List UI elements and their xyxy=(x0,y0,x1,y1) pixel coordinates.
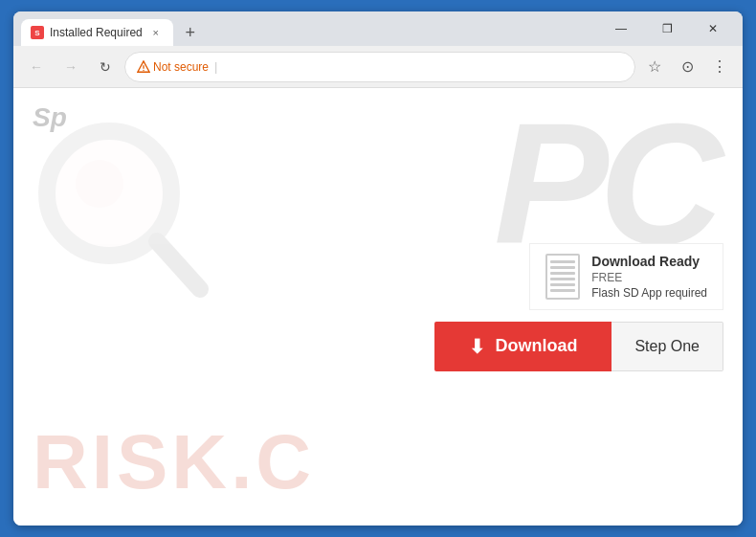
reload-button[interactable]: ↻ xyxy=(90,52,121,82)
magnifier-watermark xyxy=(33,117,224,312)
security-indicator: Not secure xyxy=(137,60,209,74)
logo-sd: Sp xyxy=(33,102,67,133)
not-secure-label: Not secure xyxy=(153,60,209,74)
menu-button[interactable]: ⋮ xyxy=(704,52,735,82)
file-line-5 xyxy=(550,283,575,286)
tabs-area: S Installed Required × + xyxy=(21,11,599,46)
file-line-2 xyxy=(550,266,575,269)
minimize-button[interactable]: — xyxy=(599,15,643,42)
file-line-1 xyxy=(550,260,575,263)
address-bar[interactable]: Not secure | xyxy=(124,52,635,82)
action-buttons: ⬇ Download Step One xyxy=(434,322,723,371)
download-text-block: Download Ready FREE Flash SD App require… xyxy=(591,254,707,300)
card-area: Download Ready FREE Flash SD App require… xyxy=(434,243,723,371)
svg-point-2 xyxy=(76,160,123,208)
download-req-label: Flash SD App required xyxy=(591,286,707,300)
restore-button[interactable]: ❒ xyxy=(645,15,689,42)
svg-line-3 xyxy=(157,241,200,289)
window-controls: — ❒ ✕ xyxy=(599,15,735,42)
file-line-4 xyxy=(550,278,575,280)
download-free-label: FREE xyxy=(591,271,707,284)
bookmark-button[interactable]: ☆ xyxy=(639,52,670,82)
file-icon xyxy=(545,254,580,300)
download-icon: ⬇ xyxy=(469,335,485,358)
close-tab-button[interactable]: × xyxy=(148,25,164,40)
download-button-label: Download xyxy=(495,336,577,356)
risk-watermark: RISK.C xyxy=(33,418,315,506)
svg-point-0 xyxy=(143,69,144,70)
forward-button[interactable]: → xyxy=(56,52,86,82)
tab-title: Installed Required xyxy=(50,26,143,39)
new-tab-button[interactable]: + xyxy=(177,19,204,46)
step-one-button[interactable]: Step One xyxy=(611,322,723,371)
svg-point-1 xyxy=(47,131,171,256)
close-window-button[interactable]: ✕ xyxy=(691,15,735,42)
nav-actions: ☆ ⊙ ⋮ xyxy=(639,52,735,82)
navigation-bar: ← → ↻ Not secure | ☆ ⊙ ⋮ xyxy=(13,46,743,88)
warning-icon xyxy=(137,60,150,74)
title-bar: S Installed Required × + — ❒ ✕ xyxy=(13,11,743,46)
browser-window: S Installed Required × + — ❒ ✕ ← → ↻ xyxy=(13,11,743,526)
account-button[interactable]: ⊙ xyxy=(672,52,702,82)
download-button[interactable]: ⬇ Download xyxy=(434,322,611,371)
file-line-6 xyxy=(550,289,575,292)
download-ready-label: Download Ready xyxy=(591,254,707,269)
download-info-block: Download Ready FREE Flash SD App require… xyxy=(529,243,723,310)
address-separator: | xyxy=(214,59,217,74)
tab-favicon: S xyxy=(31,26,44,39)
file-line-3 xyxy=(550,272,575,275)
page-content: Sp PC RISK.C xyxy=(13,88,743,526)
back-button[interactable]: ← xyxy=(21,52,52,82)
favicon-letter: S xyxy=(34,29,39,37)
active-tab[interactable]: S Installed Required × xyxy=(21,19,173,46)
